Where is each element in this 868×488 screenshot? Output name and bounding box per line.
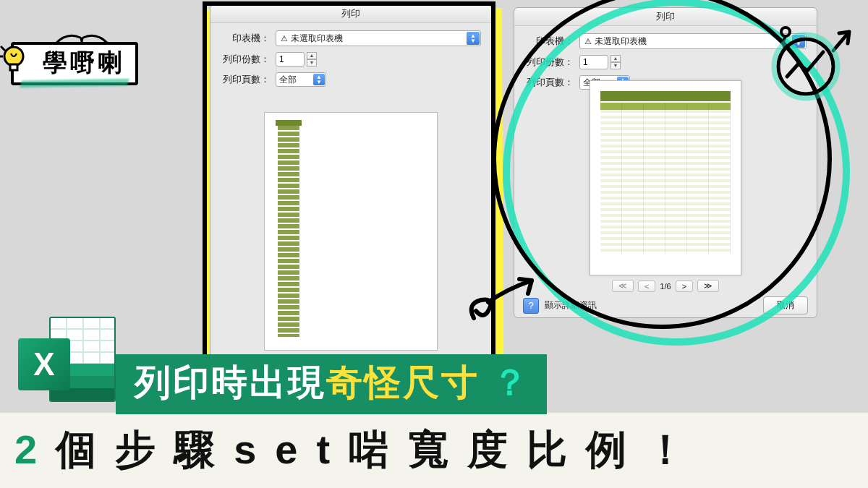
pager-text: 1/6 [660, 282, 671, 291]
copies-input[interactable] [579, 55, 608, 69]
sticker-text: 學嘢喇 [43, 48, 125, 76]
pager-prev[interactable]: < [638, 281, 655, 292]
select-arrows-icon: ▲▼ [313, 74, 325, 85]
headline1-question: ？ [492, 362, 528, 403]
arrow-swirl-icon [463, 267, 550, 335]
pager-next[interactable]: > [676, 281, 693, 292]
copies-label: 列印份數： [524, 56, 574, 69]
warning-icon: ⚠ [281, 34, 288, 43]
copies-input[interactable] [276, 52, 305, 67]
svg-point-5 [781, 27, 790, 36]
print-preview-narrow [264, 112, 438, 351]
headline-banner-2: 2個步驟set啱寬度比例！ [0, 412, 868, 488]
printer-value: 未選取印表機 [595, 35, 647, 48]
print-dialog-before: 列印 印表機： ⚠ 未選取印表機 ▲▼ 列印份數： ▲▼ 列印頁數： 全部 ▲▼ [210, 4, 492, 359]
learn-sticker: 學嘢喇 [11, 29, 138, 85]
printer-label: 印表機： [524, 35, 574, 48]
excel-icon: X [18, 311, 116, 408]
printer-label: 印表機： [221, 32, 270, 45]
pager: ≪ < 1/6 > ≫ [612, 280, 719, 292]
svg-line-2 [1, 46, 5, 51]
headline1-highlight: 奇怪尺寸 [326, 362, 480, 403]
dialog-title: 列印 [210, 5, 491, 23]
headline2-number: 2 [14, 427, 56, 472]
copies-label: 列印份數： [221, 53, 270, 66]
printer-value: 未選取印表機 [291, 33, 343, 45]
pager-first[interactable]: ≪ [612, 280, 634, 292]
headline1-part-a: 列印時出現 [135, 362, 326, 403]
svg-point-4 [778, 39, 833, 94]
copies-stepper[interactable]: ▲▼ [610, 55, 621, 69]
excel-letter: X [18, 338, 70, 390]
pages-label: 列印頁數： [221, 73, 270, 86]
select-arrows-icon: ▲▼ [467, 32, 480, 45]
svg-point-6 [774, 35, 838, 98]
pages-select[interactable]: 全部 ▲▼ [276, 72, 326, 87]
copies-stepper[interactable]: ▲▼ [307, 52, 317, 67]
printer-select[interactable]: ⚠ 未選取印表機 ▲▼ [276, 30, 481, 46]
svg-rect-1 [10, 64, 17, 70]
print-preview-full [590, 80, 741, 275]
pages-value: 全部 [279, 74, 297, 86]
warning-icon: ⚠ [584, 37, 592, 46]
headline2-rest: 個步驟set啱寬度比例！ [56, 427, 705, 472]
pager-last[interactable]: ≫ [697, 280, 719, 292]
headline-banner-1: 列印時出現奇怪尺寸 ？ [116, 354, 547, 414]
chart-doodle-icon [761, 22, 855, 104]
show-details-link[interactable]: 顯示詳細資訊 [545, 299, 597, 312]
cancel-button[interactable]: 取消 [763, 296, 808, 314]
